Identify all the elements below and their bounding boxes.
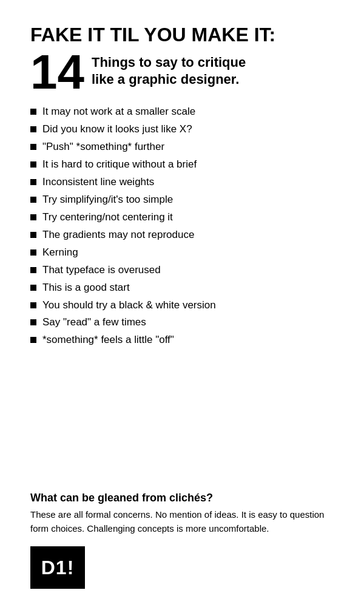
footer-section: What can be gleaned from clichés? These … (30, 492, 334, 535)
list-item-text: It may not work at a smaller scale (42, 105, 195, 119)
page: FAKE IT TIL YOU MAKE IT: 14 Things to sa… (0, 0, 364, 607)
bullet-icon (30, 232, 36, 238)
bullet-icon (30, 126, 36, 132)
list-item: Try centering/not centering it (30, 211, 334, 225)
subtitle-row: 14 Things to say to critique like a grap… (30, 50, 334, 94)
list-item: "Push" *something* further (30, 140, 334, 154)
list-item: The gradients may not reproduce (30, 228, 334, 242)
main-title: FAKE IT TIL YOU MAKE IT: (30, 24, 334, 46)
list-item: That typeface is overused (30, 263, 334, 277)
list-item-text: You should try a black & white version (42, 299, 216, 313)
bullet-icon (30, 161, 36, 168)
list-item: Did you know it looks just like X? (30, 123, 334, 137)
list-item: It is hard to critique without a brief (30, 158, 334, 172)
bullet-icon (30, 302, 36, 308)
list-item: Try simplifying/it's too simple (30, 193, 334, 207)
bullet-icon (30, 267, 36, 273)
subtitle-text: Things to say to critique like a graphic… (92, 50, 246, 87)
list-item: This is a good start (30, 281, 334, 295)
bullet-icon (30, 214, 36, 220)
list-item-text: Inconsistent line weights (42, 175, 154, 189)
bullet-icon (30, 179, 36, 185)
bullet-icon (30, 285, 36, 291)
list-item-text: That typeface is overused (42, 263, 161, 277)
list-item: Say "read" a few times (30, 316, 334, 330)
d1-label: D1! (41, 557, 75, 579)
bullet-icon (30, 319, 36, 325)
bullet-icon (30, 337, 36, 343)
list-item-text: Try simplifying/it's too simple (42, 193, 173, 207)
list-item-text: This is a good start (42, 281, 130, 295)
list-item: It may not work at a smaller scale (30, 105, 334, 119)
footer-text: These are all formal concerns. No mentio… (30, 508, 334, 535)
list-item-text: The gradients may not reproduce (42, 228, 194, 242)
big-number: 14 (30, 50, 84, 94)
bullet-icon (30, 197, 36, 203)
list-item-text: It is hard to critique without a brief (42, 158, 197, 172)
list-item-text: Did you know it looks just like X? (42, 123, 192, 137)
bullet-icon (30, 109, 36, 115)
list-item-text: *something* feels a little "off" (42, 333, 174, 347)
list-item: Inconsistent line weights (30, 175, 334, 189)
list-item: Kerning (30, 246, 334, 260)
list-item-text: Say "read" a few times (42, 316, 146, 330)
list-item-text: "Push" *something* further (42, 140, 164, 154)
bullet-icon (30, 249, 36, 256)
bullet-icon (30, 144, 36, 150)
list-item-text: Kerning (42, 246, 78, 260)
d1-badge: D1! (30, 546, 85, 589)
list-container: It may not work at a smaller scaleDid yo… (30, 105, 334, 480)
list-item: *something* feels a little "off" (30, 333, 334, 347)
footer-heading: What can be gleaned from clichés? (30, 492, 334, 504)
list-item-text: Try centering/not centering it (42, 211, 173, 225)
list-item: You should try a black & white version (30, 299, 334, 313)
